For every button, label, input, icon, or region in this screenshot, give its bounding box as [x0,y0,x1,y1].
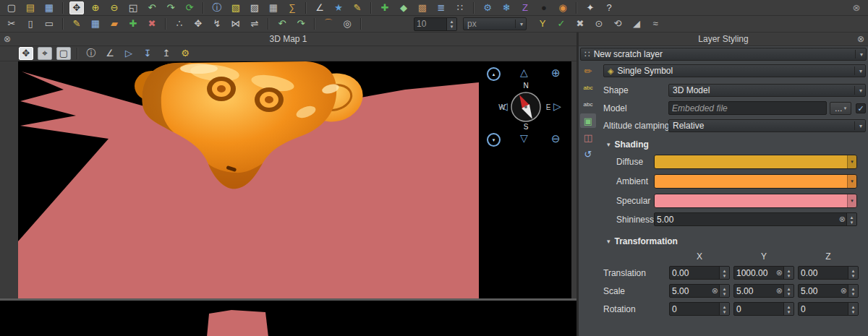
icon-identify-features[interactable]: ⓘ [210,1,224,14]
spin-buttons[interactable] [783,267,793,279]
icon-add-vector-layer[interactable]: ◆ [396,1,411,14]
scale-x-input[interactable]: 5.00 ⊗ [669,284,730,298]
snapping-unit-select[interactable]: px [463,17,527,30]
altitude-clamping-select[interactable]: Relative [668,119,866,132]
icon-select-features[interactable]: ▧ [229,1,243,14]
icon-zoom-next[interactable]: ↷ [163,1,178,14]
icon-zoom-out[interactable]: ⊖ [107,1,122,14]
clear-value-icon[interactable]: ⊗ [712,286,718,296]
model-file-input[interactable] [668,101,827,115]
mask-abc-icon[interactable]: abc [580,97,596,111]
icon-temporal-controller[interactable]: ❄ [499,1,514,14]
rotation-x-input[interactable]: 0 [669,302,730,316]
paintbrush-icon[interactable]: ✏ [580,64,596,78]
icon-navigation-toggle[interactable]: ▢ [56,47,71,60]
spin-buttons[interactable] [848,303,858,315]
zoom-in-button[interactable]: ⊕ [551,67,561,78]
spin-buttons[interactable] [719,267,729,279]
3d-cube-icon[interactable]: ▣ [580,113,596,128]
icon-add-point-layer[interactable]: ∷ [453,1,467,14]
rotation-y-input[interactable]: 0 [733,302,794,316]
close-panel-icon[interactable]: ⊗ [857,34,864,44]
icon-export-scene[interactable]: ↥ [159,47,174,60]
icon-toggle-editing[interactable]: ✎ [69,17,84,30]
clear-value-icon[interactable]: ⊗ [776,268,783,277]
icon-paste-features[interactable]: ▭ [42,17,56,30]
icon-snap-target[interactable]: ⊙ [592,17,606,30]
icon-pan-map[interactable]: ✥ [69,1,84,14]
icon-play-animation[interactable]: ▷ [122,47,136,60]
move-down-button[interactable]: ▽ [520,133,528,143]
icon-scale-feature[interactable]: ◢ [629,17,644,30]
tilt-up-button[interactable]: ▴ [487,67,501,81]
spin-buttons[interactable] [783,285,793,297]
spin-buttons[interactable] [719,285,729,297]
icon-field-calculator[interactable]: ∑ [285,1,299,14]
icon-redo[interactable]: ↷ [294,17,308,30]
scale-z-input[interactable]: 5.00 ⊗ [798,284,859,298]
icon-plugin-orange[interactable]: ◉ [556,1,570,14]
clear-value-icon[interactable]: ⊗ [839,215,846,224]
diagrams-icon[interactable]: ◫ [580,130,596,145]
icon-deselect-features[interactable]: ▨ [247,1,262,14]
translation-x-input[interactable]: 0.00 [669,266,730,280]
icon-zoom-full-3d[interactable]: ⌖ [38,47,52,60]
shape-select[interactable]: 3D Model [668,84,866,97]
labels-abc-icon[interactable]: abc [580,80,596,95]
icon-attribute-table[interactable]: ▦ [266,1,281,14]
specular-color-button[interactable] [654,194,857,208]
icon-add-raster-layer[interactable]: ▩ [415,1,430,14]
icon-text-annotation[interactable]: ✎ [350,1,365,14]
2d-map-canvas[interactable] [0,301,576,336]
history-icon[interactable]: ↺ [580,147,596,161]
3d-map-canvas[interactable]: ▴ △ ⊕ ◁ ▷ N S W E ▾ ▽ ⊖ [18,61,571,298]
icon-dock-close[interactable]: ⊗ [849,1,864,14]
move-right-button[interactable]: ▷ [553,101,561,111]
icon-copy-features[interactable]: ▯ [23,17,38,30]
icon-bookmarks[interactable]: ★ [331,1,346,14]
icon-project-new[interactable]: ▢ [4,1,19,14]
icon-help[interactable]: ? [602,1,616,14]
icon-project-save[interactable]: ▦ [42,1,56,14]
icon-zoom-last[interactable]: ↶ [145,1,159,14]
icon-zoom-full[interactable]: ◱ [126,1,140,14]
compass[interactable] [509,90,542,124]
icon-move-feature[interactable]: ✥ [191,17,205,30]
browse-model-button[interactable]: … ▾ [830,102,851,115]
icon-cut-features[interactable]: ✂ [4,17,19,30]
icon-project-open[interactable]: ▤ [23,1,38,14]
snapping-tolerance-input[interactable]: 10 [414,17,457,31]
clear-value-icon[interactable]: ⊗ [776,286,783,296]
spin-buttons[interactable] [446,18,456,30]
icon-add-record[interactable]: ✚ [126,17,140,30]
spin-buttons[interactable] [783,303,793,315]
icon-identify-3d[interactable]: ⓘ [84,47,98,60]
icon-zoom-in[interactable]: ⊕ [88,1,103,14]
spin-buttons[interactable] [846,213,856,225]
shininess-input[interactable]: 5.00 ⊗ [654,212,857,226]
icon-simplify-feature[interactable]: ≈ [648,17,663,30]
embed-model-checkbox[interactable]: ✓ [856,103,866,113]
icon-digitize-polygon[interactable]: ▰ [107,17,122,30]
translation-y-input[interactable]: 1000.00 ⊗ [733,266,794,280]
icon-add-mesh-layer[interactable]: ≣ [434,1,448,14]
clear-value-icon[interactable]: ⊗ [841,286,847,296]
icon-split-features[interactable]: ↯ [210,17,224,30]
icon-elevation-tool[interactable]: Z [518,1,532,14]
icon-measure[interactable]: ∠ [312,1,327,14]
tilt-down-button[interactable]: ▾ [487,133,501,147]
ambient-color-button[interactable] [654,174,857,189]
icon-processing-toolbox[interactable]: ⚙ [480,1,495,14]
symbol-type-select[interactable]: ◈ Single Symbol [603,64,866,77]
icon-save-image[interactable]: ↧ [140,47,155,60]
icon-new-layer[interactable]: ✚ [378,1,392,14]
icon-style-tool[interactable]: ✦ [583,1,597,14]
rotation-z-input[interactable]: 0 [798,302,859,316]
spin-buttons[interactable] [848,267,858,279]
icon-stream-digitizing[interactable]: Y [535,17,550,30]
spin-buttons[interactable] [848,285,858,297]
move-up-button[interactable]: △ [520,67,528,77]
spin-buttons[interactable] [719,303,729,315]
close-panel-icon[interactable]: ⊗ [4,34,11,44]
zoom-out-button[interactable]: ⊖ [551,133,561,144]
